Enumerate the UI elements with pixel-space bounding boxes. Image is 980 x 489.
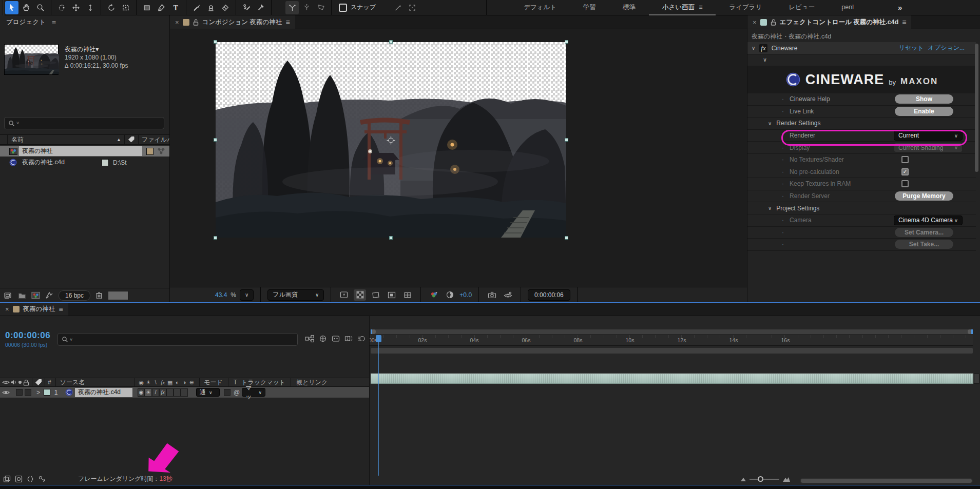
project-item-name[interactable]: 夜霧の神社▾ <box>65 45 128 53</box>
pen-tool-button[interactable] <box>155 1 168 14</box>
camera-dropdown[interactable]: Cinema 4D Camera∨ <box>894 216 963 225</box>
workspace-menu-icon[interactable]: ≡ <box>699 4 702 11</box>
selection-handle-s[interactable] <box>389 236 393 240</box>
camera-tool-button[interactable] <box>119 1 132 14</box>
orbit-camera-tool-button[interactable] <box>55 1 68 14</box>
project-row-name[interactable]: 夜霧の神社.c4d <box>19 158 68 167</box>
zoom-out-mountain-icon[interactable] <box>740 476 746 482</box>
cineware-effect-header[interactable]: ∨ fx Cineware リセット オプション... <box>747 42 976 54</box>
playhead-line[interactable] <box>378 335 379 476</box>
work-area-bar[interactable] <box>371 348 973 354</box>
layer-color-label[interactable] <box>44 389 50 396</box>
audio-column-icon[interactable] <box>10 379 17 385</box>
resolution-dropdown[interactable]: フル画質∨ <box>267 289 324 301</box>
zoom-value[interactable]: 43.4 <box>215 291 227 299</box>
new-composition-icon[interactable] <box>31 291 40 299</box>
show-help-button[interactable]: Show <box>895 94 953 104</box>
project-panel-menu-icon[interactable]: ≡ <box>52 18 56 27</box>
layer-audio-toggle[interactable] <box>16 389 23 396</box>
eraser-tool-button[interactable] <box>219 1 232 14</box>
rectangle-tool-button[interactable] <box>140 1 153 14</box>
dolly-camera-tool-button[interactable] <box>84 1 97 14</box>
workspace-library[interactable]: ライブラリ <box>716 0 775 15</box>
layer-switch-empty[interactable] <box>166 388 174 397</box>
composition-canvas[interactable] <box>216 42 566 238</box>
new-folder-icon[interactable] <box>18 292 26 299</box>
comp-mini-flow-icon[interactable] <box>15 475 23 483</box>
motion-blur-icon[interactable] <box>357 335 366 343</box>
timeline-horizontal-scrollbar[interactable] <box>800 478 973 483</box>
unlock-icon[interactable] <box>771 19 776 26</box>
pan-camera-tool-button[interactable] <box>69 1 83 14</box>
label-column-icon[interactable] <box>128 136 135 143</box>
video-column-icon[interactable] <box>2 379 10 385</box>
layer-switch-fx[interactable]: fx <box>159 388 166 397</box>
composition-mini-flowchart-icon[interactable] <box>305 335 314 343</box>
label-color-chip-tan[interactable] <box>146 148 153 155</box>
sort-ascending-icon[interactable]: ▲ <box>117 137 121 142</box>
time-ruler[interactable]: 0:00s 02s 04s 06s 08s 10s 12s 14s 16s <box>370 335 973 346</box>
workspace-default[interactable]: デフォルト <box>510 0 570 15</box>
preserve-transparency-toggle[interactable] <box>224 389 230 396</box>
layer-switch-collapse[interactable]: ☀ <box>145 388 152 397</box>
column-file-path[interactable]: ファイルパ <box>142 135 169 144</box>
lock-column-icon[interactable] <box>23 379 29 386</box>
snap-checkbox[interactable] <box>339 4 347 12</box>
close-tab-icon[interactable]: × <box>175 18 179 26</box>
composition-tab[interactable]: × コンポジション 夜霧の神社 ≡ <box>170 15 295 29</box>
fast-preview-icon[interactable] <box>338 289 350 301</box>
zoom-slider-track[interactable] <box>750 479 779 480</box>
interpret-footage-icon[interactable] <box>4 292 13 299</box>
source-name-column[interactable]: ソース名 <box>60 378 85 387</box>
zoom-in-mountain-icon[interactable] <box>782 476 791 483</box>
render-queue-icon[interactable] <box>3 475 11 483</box>
switch-adjustment-icon[interactable]: ◑ <box>181 379 188 385</box>
workspace-small-screen[interactable]: 小さい画面≡ <box>649 0 716 15</box>
rotation-tool-button[interactable] <box>105 1 118 14</box>
renderer-dropdown[interactable]: Current∨ <box>894 131 963 141</box>
workspace-learn[interactable]: 学習 <box>570 0 609 15</box>
layer-switch-empty[interactable] <box>181 388 188 397</box>
current-time-display[interactable]: 0:00:00:06 <box>5 330 50 341</box>
selection-handle-sw[interactable] <box>214 236 217 240</box>
hand-tool-button[interactable] <box>20 1 33 14</box>
in-out-brackets-icon[interactable] <box>27 475 34 483</box>
preview-time-display[interactable]: 0:00:00:06 <box>528 289 570 301</box>
pickwhip-icon[interactable]: @ <box>234 389 240 396</box>
workspace-review[interactable]: レビュー <box>775 0 828 15</box>
close-tab-icon[interactable]: × <box>5 305 9 313</box>
selection-handle-n[interactable] <box>389 40 393 44</box>
workspace-overflow-chevron[interactable]: » <box>898 3 901 12</box>
channel-rgb-icon[interactable] <box>428 289 440 301</box>
layer-duration-bar[interactable] <box>371 374 973 384</box>
view-axis-mode-button[interactable] <box>314 1 328 14</box>
switch-motion-blur-icon[interactable]: ◐ <box>174 379 181 385</box>
puppet-pin-tool-button[interactable] <box>254 1 267 14</box>
selection-handle-ne[interactable] <box>565 40 568 44</box>
switch-fx-icon[interactable]: fx <box>159 379 166 385</box>
region-corners-icon[interactable] <box>406 1 419 14</box>
effects-scrollbar[interactable] <box>975 44 978 172</box>
purge-memory-button[interactable]: Purge Memory <box>895 191 953 201</box>
title-action-safe-icon[interactable] <box>386 289 398 301</box>
comp-marker-button[interactable] <box>974 374 979 384</box>
selection-handle-e[interactable] <box>565 138 568 142</box>
column-name[interactable]: 名前 <box>11 135 24 144</box>
timeline-tab[interactable]: × 夜霧の神社 ≡ <box>0 303 68 316</box>
effect-controls-tab[interactable]: × エフェクトコントロール 夜霧の神社.c4d ≡ <box>747 15 911 29</box>
local-axis-mode-button[interactable] <box>285 1 299 14</box>
panel-menu-icon[interactable]: ≡ <box>902 18 906 26</box>
item-dropdown-icon[interactable]: ▾ <box>95 46 99 53</box>
section-chevron-icon[interactable]: ∨ <box>768 205 772 211</box>
no-precalculation-checkbox[interactable]: ✓ <box>901 168 909 175</box>
workspace-standard[interactable]: 標準 <box>609 0 649 15</box>
exposure-icon[interactable] <box>444 289 456 301</box>
no-textures-checkbox[interactable] <box>901 156 909 163</box>
grid-guides-icon[interactable] <box>401 289 414 301</box>
world-axis-mode-button[interactable] <box>300 1 313 14</box>
selection-handle-nw[interactable] <box>214 40 217 44</box>
switch-3d-icon[interactable]: ⊕ <box>188 379 195 386</box>
scrollbar-thumb[interactable] <box>801 479 972 483</box>
unlock-icon[interactable] <box>193 19 199 26</box>
roto-brush-tool-button[interactable] <box>240 1 253 14</box>
